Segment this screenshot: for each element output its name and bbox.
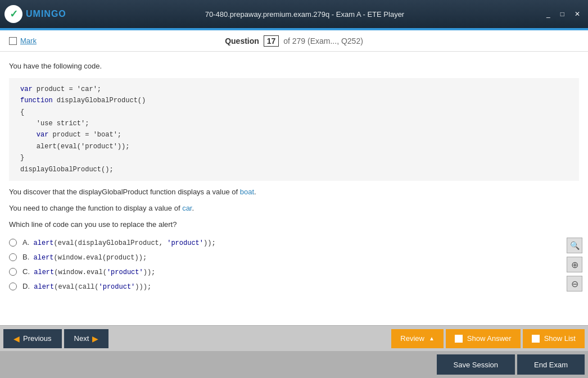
question-number: 17 [264, 35, 279, 47]
radio-c[interactable] [9, 268, 17, 276]
next-label: Next [74, 334, 89, 343]
show-list-button[interactable]: Show List [523, 329, 585, 348]
option-a[interactable]: A. alert(eval(displayGlobalProduct, 'pro… [9, 238, 579, 247]
radio-a[interactable] [9, 239, 17, 247]
mark-area: Mark [9, 37, 37, 45]
previous-label: Previous [23, 334, 52, 343]
show-list-label: Show List [544, 334, 576, 343]
list-icon [532, 335, 540, 343]
search-icon-btn[interactable]: 🔍 [567, 238, 582, 253]
window-title: 70-480.prepaway.premium.exam.279q - Exam… [205, 10, 405, 19]
answer-icon [455, 335, 463, 343]
bottom-toolbar: ◀ Previous Next ▶ Review ▲ Show Answer S… [0, 325, 588, 351]
titlebar: ✓ UMINGO 70-480.prepaway.premium.exam.27… [0, 0, 588, 28]
zoom-out-btn[interactable]: ⊖ [567, 276, 582, 292]
option-c[interactable]: C. alert(window.eval('product')); [9, 267, 579, 276]
option-b[interactable]: B. alert(window.eval(product)); [9, 253, 579, 262]
main-content: You have the following code. var product… [0, 52, 588, 325]
zoom-in-btn[interactable]: ⊕ [567, 257, 582, 272]
sidebar-icons: 🔍 ⊕ ⊖ [567, 238, 582, 292]
action-bar: Save Session End Exam [0, 351, 588, 378]
logo-text: UMINGO [26, 9, 66, 19]
review-button[interactable]: Review ▲ [391, 329, 444, 348]
previous-button[interactable]: ◀ Previous [3, 329, 62, 348]
show-answer-label: Show Answer [467, 334, 512, 343]
close-button[interactable]: ✕ [571, 9, 584, 19]
question-prompt: Which line of code can you use to replac… [9, 219, 579, 231]
review-dropdown-icon: ▲ [429, 335, 435, 341]
save-session-button[interactable]: Save Session [437, 354, 515, 375]
show-answer-button[interactable]: Show Answer [446, 329, 521, 348]
review-label: Review [400, 334, 424, 343]
mark-label[interactable]: Mark [20, 37, 37, 45]
option-a-label[interactable]: A. alert(eval(displayGlobalProduct, 'pro… [22, 238, 216, 247]
maximize-button[interactable]: □ [557, 9, 568, 19]
next-button[interactable]: Next ▶ [64, 329, 109, 348]
window-controls: _ □ ✕ [543, 9, 584, 19]
next-arrow-icon: ▶ [92, 334, 98, 343]
question-info: Question 17 of 279 (Exam..., Q252) [225, 35, 363, 47]
question-desc2: You need to change the function to displ… [9, 203, 579, 215]
option-d[interactable]: D. alert(eval(call('product'))); [9, 282, 579, 291]
zoom-in-icon: ⊕ [571, 259, 578, 270]
question-intro: You have the following code. [9, 61, 579, 72]
question-of: of 279 (Exam..., Q252) [283, 37, 363, 45]
radio-b[interactable] [9, 253, 17, 261]
end-exam-button[interactable]: End Exam [517, 354, 585, 375]
prev-arrow-icon: ◀ [13, 334, 20, 343]
mark-checkbox[interactable] [9, 37, 17, 45]
code-block: var product = 'car'; function displayGlo… [9, 78, 579, 181]
option-c-label[interactable]: C. alert(window.eval('product')); [22, 267, 155, 276]
question-desc1: You discover that the displayGlobalProdu… [9, 186, 579, 198]
question-label: Question [225, 37, 259, 45]
radio-d[interactable] [9, 283, 17, 290]
search-icon: 🔍 [570, 241, 580, 250]
minimize-button[interactable]: _ [543, 9, 554, 19]
logo-icon: ✓ [4, 5, 22, 23]
zoom-out-icon: ⊖ [571, 279, 578, 289]
options-list: A. alert(eval(displayGlobalProduct, 'pro… [9, 238, 579, 291]
logo: ✓ UMINGO [4, 5, 66, 23]
question-header: Mark Question 17 of 279 (Exam..., Q252) [0, 30, 588, 52]
option-b-label[interactable]: B. alert(window.eval(product)); [22, 253, 147, 262]
option-d-label[interactable]: D. alert(eval(call('product'))); [22, 282, 151, 291]
